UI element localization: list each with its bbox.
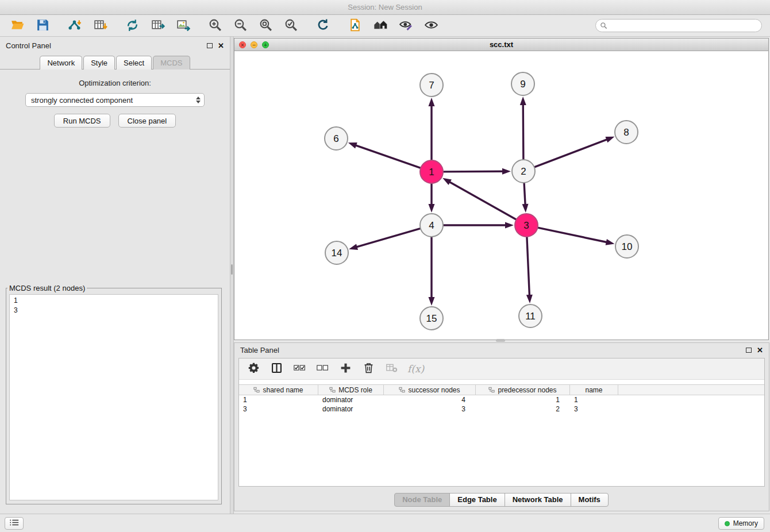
search-input[interactable] xyxy=(595,19,762,32)
cell-predecessor-nodes[interactable]: 1 xyxy=(476,396,570,404)
maximize-window-icon[interactable]: + xyxy=(262,41,269,48)
graph-edge-3-11[interactable] xyxy=(527,237,530,296)
new-network-button[interactable] xyxy=(120,17,145,35)
copy-document-icon xyxy=(348,18,363,34)
import-table-button[interactable] xyxy=(87,17,113,35)
cell-shared-name[interactable]: 3 xyxy=(239,405,318,413)
cell-name[interactable]: 1 xyxy=(570,396,618,404)
add-column-button[interactable] xyxy=(338,362,352,376)
svg-text:9: 9 xyxy=(520,79,525,90)
eye-icon xyxy=(424,18,438,34)
unselect-all-button[interactable] xyxy=(315,362,329,376)
delete-column-button[interactable] xyxy=(361,362,375,376)
mcds-result-list[interactable]: 1 3 xyxy=(9,294,218,500)
tab-network[interactable]: Network xyxy=(40,56,82,70)
cell-mcds-role[interactable]: dominator xyxy=(318,396,384,404)
task-history-button[interactable] xyxy=(5,517,24,530)
table-settings-button[interactable] xyxy=(247,362,260,376)
graph-edge-2-8[interactable] xyxy=(535,139,608,167)
graph-node-15[interactable]: 15 xyxy=(420,307,443,330)
table-row[interactable]: 3 dominator 3 2 3 xyxy=(239,404,764,414)
column-header-successor-nodes[interactable]: successor nodes xyxy=(384,385,476,395)
minimize-window-icon[interactable]: – xyxy=(251,41,257,48)
tab-motifs[interactable]: Motifs xyxy=(571,493,609,507)
graph-node-10[interactable]: 10 xyxy=(615,235,638,258)
graph-node-2[interactable]: 2 xyxy=(512,160,535,183)
tab-style[interactable]: Style xyxy=(83,56,115,70)
graph-edge-4-14[interactable] xyxy=(356,229,420,247)
graph-node-9[interactable]: 9 xyxy=(511,72,534,95)
show-columns-button[interactable] xyxy=(270,362,283,376)
column-header-shared-name[interactable]: shared name xyxy=(239,385,318,395)
zoom-in-button[interactable] xyxy=(202,17,228,35)
cell-predecessor-nodes[interactable]: 2 xyxy=(476,405,570,413)
list-icon xyxy=(9,519,20,528)
graph-node-1[interactable]: 1 xyxy=(420,160,443,183)
export-image-button[interactable] xyxy=(170,17,195,35)
column-header-predecessor-nodes[interactable]: predecessor nodes xyxy=(476,385,570,395)
column-header-name[interactable]: name xyxy=(570,385,618,395)
zoom-out-icon xyxy=(233,18,248,34)
column-type-icon xyxy=(253,387,260,393)
close-table-panel-icon[interactable]: ✕ xyxy=(757,346,763,354)
tab-select[interactable]: Select xyxy=(116,56,152,70)
graph-node-4[interactable]: 4 xyxy=(420,214,443,237)
copy-view-button[interactable] xyxy=(342,17,368,35)
graph-edge-3-1[interactable] xyxy=(449,182,515,219)
zoom-fit-button[interactable] xyxy=(253,17,278,35)
horizontal-splitter-grip[interactable] xyxy=(496,339,505,342)
graph-edge-arrowhead xyxy=(520,97,526,105)
graph-node-3[interactable]: 3 xyxy=(515,214,538,237)
columns-icon xyxy=(271,362,283,376)
svg-text:8: 8 xyxy=(623,127,629,138)
cell-successor-nodes[interactable]: 4 xyxy=(384,396,476,404)
close-panel-icon[interactable]: ✕ xyxy=(218,42,224,49)
table-row[interactable]: 1 dominator 4 1 1 xyxy=(239,395,764,404)
graph-edge-2-9[interactable] xyxy=(523,104,523,159)
mcds-result-title: MCDS result (2 nodes) xyxy=(7,284,87,292)
zoom-out-button[interactable] xyxy=(228,17,253,35)
graph-node-8[interactable]: 8 xyxy=(615,121,638,144)
graph-edge-2-3[interactable] xyxy=(524,183,525,205)
zoom-in-icon xyxy=(208,18,222,34)
graph-edge-3-10[interactable] xyxy=(538,228,607,242)
graph-edge-1-6[interactable] xyxy=(355,145,420,168)
table-panel: Table Panel ✕ xyxy=(234,342,769,511)
criterion-dropdown[interactable]: strongly connected component xyxy=(25,93,205,107)
vertical-splitter[interactable] xyxy=(230,37,234,514)
export-table-button[interactable] xyxy=(145,17,170,35)
network-graph[interactable]: 7968124314101511 xyxy=(234,51,768,340)
graph-node-7[interactable]: 7 xyxy=(420,74,443,97)
graph-node-11[interactable]: 11 xyxy=(519,304,542,327)
graph-edge-1-2[interactable] xyxy=(444,171,503,172)
graph-node-6[interactable]: 6 xyxy=(325,127,348,150)
save-session-button[interactable] xyxy=(30,17,55,35)
import-network-button[interactable] xyxy=(62,17,87,35)
tab-mcds[interactable]: MCDS xyxy=(153,56,190,70)
tab-edge-table[interactable]: Edge Table xyxy=(449,493,505,507)
tab-node-table[interactable]: Node Table xyxy=(394,493,450,507)
open-file-button[interactable] xyxy=(5,17,30,35)
float-panel-icon[interactable] xyxy=(207,43,213,48)
cell-name[interactable]: 3 xyxy=(570,405,618,413)
first-neighbors-button[interactable] xyxy=(368,17,393,35)
run-mcds-button[interactable]: Run MCDS xyxy=(54,114,110,128)
select-all-button[interactable] xyxy=(292,362,306,376)
column-header-mcds-role[interactable]: MCDS role xyxy=(318,385,384,395)
close-window-icon[interactable]: × xyxy=(239,41,246,48)
zoom-selected-button[interactable] xyxy=(278,17,303,35)
refresh-button[interactable] xyxy=(310,17,336,35)
memory-button[interactable]: Memory xyxy=(718,517,764,530)
splitter-grip[interactable] xyxy=(231,264,233,275)
graph-node-14[interactable]: 14 xyxy=(325,241,348,264)
show-graphics-button[interactable] xyxy=(418,17,444,35)
cell-successor-nodes[interactable]: 3 xyxy=(384,405,476,413)
tab-network-table[interactable]: Network Table xyxy=(505,493,571,507)
close-panel-button[interactable]: Close panel xyxy=(118,114,176,128)
window-title: Session: New Session xyxy=(348,3,422,11)
cell-mcds-role[interactable]: dominator xyxy=(318,405,384,413)
float-table-panel-icon[interactable] xyxy=(746,348,752,353)
network-canvas[interactable]: 7968124314101511 xyxy=(234,51,768,340)
hide-annotations-button[interactable] xyxy=(393,17,418,35)
cell-shared-name[interactable]: 1 xyxy=(239,396,318,404)
